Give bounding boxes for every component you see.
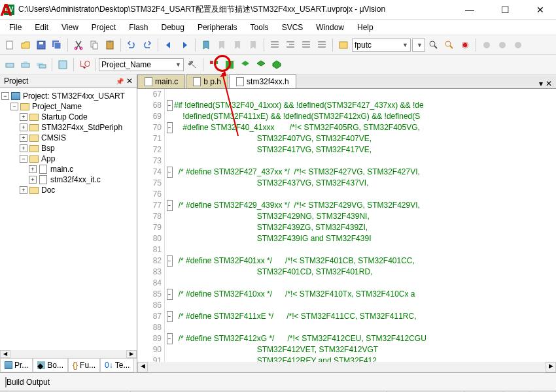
svg-rect-13 [339, 42, 347, 48]
titlebar: μV C:\Users\Administrator\Desktop\STM32F… [0, 0, 556, 20]
uncomment-icon[interactable] [315, 38, 329, 52]
svg-point-14 [430, 41, 435, 46]
build-icon[interactable] [18, 57, 33, 72]
find-in-files-icon[interactable] [426, 38, 441, 52]
menu-tools[interactable]: Tools [244, 21, 275, 34]
open-icon[interactable] [18, 38, 33, 52]
undo-icon[interactable] [124, 38, 139, 52]
panel-close-icon[interactable]: ✕ [126, 76, 133, 86]
tree-group-bsp[interactable]: +Bsp [1, 143, 135, 154]
nav-back-icon[interactable] [162, 38, 176, 52]
menu-edit[interactable]: Edit [28, 21, 55, 34]
svg-point-21 [499, 42, 506, 48]
menu-window[interactable]: Window [309, 21, 351, 34]
svg-point-22 [515, 42, 521, 48]
build-output-panel[interactable]: Build Output [0, 372, 556, 391]
panel-tab-project[interactable]: Pr... [0, 359, 33, 372]
annotation-arrow [220, 71, 246, 142]
kill-breakpoints-icon[interactable] [495, 38, 510, 52]
bookmark-next-icon[interactable] [230, 38, 245, 52]
incremental-find-icon[interactable] [442, 38, 457, 52]
tree-group-doc[interactable]: +Doc [1, 185, 135, 195]
menu-peripherals[interactable]: Peripherals [191, 21, 244, 34]
svg-rect-23 [6, 63, 14, 67]
panel-tab-templates[interactable]: 0↓Te... [100, 359, 134, 372]
tree-file-main[interactable]: +main.c [1, 164, 135, 174]
copy-icon[interactable] [87, 38, 101, 52]
tree-group-stdperiph[interactable]: +STM32F4xx_StdPeriph [1, 122, 135, 133]
indent-icon[interactable] [268, 38, 282, 52]
close-button[interactable]: ✕ [529, 3, 552, 16]
comment-icon[interactable] [299, 38, 313, 52]
tree-root[interactable]: −Project: STM32F4xx_USART [1, 91, 135, 101]
menu-flash[interactable]: Flash [122, 21, 154, 34]
menu-debug[interactable]: Debug [155, 21, 191, 34]
maximize-button[interactable]: ☐ [493, 3, 517, 16]
pack-icon[interactable] [254, 57, 268, 72]
rebuild-icon[interactable] [34, 57, 48, 72]
annotation-circle [214, 55, 231, 72]
new-icon[interactable] [3, 38, 17, 52]
debug-icon[interactable] [458, 38, 472, 52]
editor-hscroll[interactable]: ◀▶ [137, 362, 556, 372]
svg-rect-24 [22, 63, 29, 67]
tree-hscroll[interactable]: ◀▶ [0, 350, 137, 358]
save-all-icon[interactable] [50, 38, 64, 52]
rte-icon[interactable] [269, 57, 284, 72]
nav-fwd-icon[interactable] [177, 38, 192, 52]
svg-rect-25 [24, 61, 27, 63]
batch-build-icon[interactable] [56, 57, 70, 72]
tree-file-it[interactable]: +stm32f4xx_it.c [1, 174, 135, 185]
tab-close-icon[interactable]: ✕ [546, 79, 552, 88]
tree-target[interactable]: −Project_Name [1, 101, 135, 112]
menu-svcs[interactable]: SVCS [275, 21, 310, 34]
panel-tab-functions[interactable]: {}Fu... [68, 359, 100, 372]
main-area: Project 📌 ✕ −Project: STM32F4xx_USART −P… [0, 74, 556, 372]
tree-group-cmsis[interactable]: +CMSIS [1, 133, 135, 143]
svg-rect-30 [210, 61, 213, 64]
code-area[interactable]: 6768697071727374757677787980818283848586… [137, 89, 556, 362]
find-combo[interactable]: fputc▼ [352, 39, 411, 52]
save-icon[interactable] [34, 38, 48, 52]
svg-point-16 [445, 41, 451, 46]
pin-icon[interactable]: 📌 [116, 78, 124, 85]
editor-tab-main[interactable]: main.c [137, 74, 185, 88]
menu-file[interactable]: File [3, 21, 28, 34]
find-icon[interactable] [336, 38, 351, 52]
annotation-letter: A [0, 0, 12, 20]
download-icon[interactable]: LOAD [77, 57, 92, 72]
menu-view[interactable]: View [55, 21, 85, 34]
tree-group-app[interactable]: −App [1, 154, 135, 164]
enable-breakpoints-icon[interactable] [511, 38, 525, 52]
project-panel-header: Project 📌 ✕ [0, 74, 137, 88]
svg-line-15 [434, 46, 437, 48]
minimize-button[interactable]: — [458, 3, 481, 16]
panel-tabs: Pr... ◆Bo... {}Fu... 0↓Te... [0, 358, 137, 372]
tab-dropdown-icon[interactable]: ▾ [539, 79, 543, 88]
menu-help[interactable]: Help [351, 21, 380, 34]
target-combo[interactable]: Project_Name▼ [99, 58, 184, 71]
build-output-label: Build Output [7, 378, 50, 387]
project-panel: Project 📌 ✕ −Project: STM32F4xx_USART −P… [0, 74, 137, 372]
bookmark-icon[interactable] [199, 38, 213, 52]
panel-title: Project [4, 76, 28, 86]
project-tree[interactable]: −Project: STM32F4xx_USART −Project_Name … [0, 88, 137, 350]
redo-icon[interactable] [140, 38, 154, 52]
translate-icon[interactable] [3, 57, 17, 72]
panel-tab-books[interactable]: ◆Bo... [33, 359, 68, 372]
cut-icon[interactable] [71, 38, 86, 52]
books-icon[interactable] [238, 57, 252, 72]
bookmark-clear-icon[interactable] [246, 38, 260, 52]
toolbar-file: fputc▼ ▼ [0, 35, 556, 55]
breakpoint-icon[interactable] [479, 38, 494, 52]
svg-rect-2 [7, 41, 12, 49]
outdent-icon[interactable] [283, 38, 298, 52]
bookmark-prev-icon[interactable] [215, 38, 229, 52]
paste-icon[interactable] [103, 38, 117, 52]
fold-column[interactable]: −−−−−−−− [165, 89, 174, 362]
svg-rect-6 [54, 42, 61, 49]
find-combo-2[interactable]: ▼ [412, 39, 425, 52]
options-icon[interactable] [185, 57, 200, 72]
tree-group-startup[interactable]: +Startup Code [1, 112, 135, 122]
menu-project[interactable]: Project [85, 21, 122, 34]
